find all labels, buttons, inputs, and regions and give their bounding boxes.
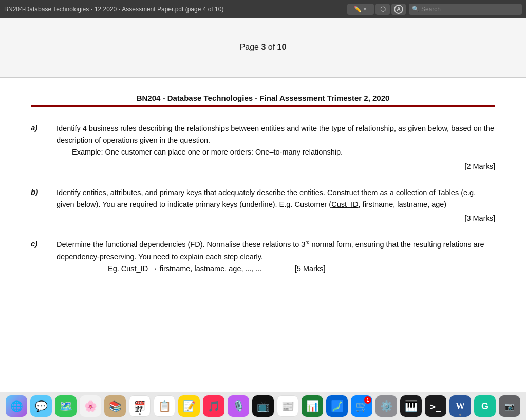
question-a-label: a) xyxy=(31,123,57,132)
pen-icon: ✏️ xyxy=(354,6,362,13)
search-input[interactable] xyxy=(421,6,519,13)
page-number-display: Page 3 of 10 xyxy=(240,43,287,52)
question-a: a) Identify 4 business rules describing … xyxy=(31,123,495,173)
question-c-content: Determine the functional dependencies (F… xyxy=(57,239,495,275)
share-icon: ⬡ xyxy=(380,5,386,13)
systemprefs-dock-item[interactable]: ⚙️ xyxy=(375,395,397,417)
terminal-icon: >_ xyxy=(430,401,441,412)
podcasts-icon: 🎙️ xyxy=(232,400,245,412)
messages-icon: 💬 xyxy=(35,400,48,412)
question-c-marks: [5 Marks] xyxy=(295,264,326,273)
photos-dock-item[interactable]: 🌸 xyxy=(80,395,101,417)
podcasts-dock-item[interactable]: 🎙️ xyxy=(228,395,249,417)
siri-icon: 🌐 xyxy=(10,400,23,412)
finder-icon: 📚 xyxy=(109,400,122,412)
toolbar-buttons: ✏️ ▼ ⬡ A xyxy=(347,4,406,15)
word-icon: W xyxy=(456,401,465,412)
keynote-icon: 🗾 xyxy=(331,400,344,412)
question-b-label: b) xyxy=(31,187,57,196)
extra-icon: 📷 xyxy=(504,402,515,411)
reminders-dock-item[interactable]: 📋 xyxy=(154,395,175,417)
finder-dock-item[interactable]: 📚 xyxy=(104,395,126,417)
messages-dock-item[interactable]: 💬 xyxy=(30,395,52,417)
reminders-icon: 📋 xyxy=(158,400,171,412)
toolbar: BN204-Database Technologies - 12 2020 - … xyxy=(0,0,526,18)
numbers-icon: 📊 xyxy=(306,400,319,412)
calendar-dot xyxy=(139,413,141,415)
question-b-content: Identify entities, attributes, and prima… xyxy=(57,187,495,225)
appletv-dock-item[interactable]: 📺 xyxy=(252,395,274,417)
taskbar: 🌐 💬 🗺️ 🌸 📚 📅 OCT17 📋 📝 🎵 🎙️ 📺 📰 📊 🗾 � xyxy=(0,392,526,420)
numbers-dock-item[interactable]: 📊 xyxy=(302,395,323,417)
pen-tool-button[interactable]: ✏️ ▼ xyxy=(347,4,374,15)
piano-icon: 🎹 xyxy=(405,400,418,412)
chevron-down-icon: ▼ xyxy=(363,7,367,12)
accessibility-button[interactable]: A xyxy=(391,4,406,15)
music-dock-item[interactable]: 🎵 xyxy=(203,395,224,417)
question-b: b) Identify entities, attributes, and pr… xyxy=(31,187,495,225)
photos-icon: 🌸 xyxy=(84,400,97,412)
question-a-content: Identify 4 business rules describing the… xyxy=(57,123,495,173)
siri-dock-item[interactable]: 🌐 xyxy=(6,395,27,417)
document-page: BN204 - Database Technologies - Final As… xyxy=(0,77,526,392)
question-a-text: Identify 4 business rules describing the… xyxy=(57,124,494,144)
maps-icon: 🗺️ xyxy=(60,400,72,412)
search-icon: 🔍 xyxy=(412,6,419,12)
word-dot xyxy=(459,414,461,416)
document-title: BN204 - Database Technologies - Final As… xyxy=(31,93,495,102)
question-c-label: c) xyxy=(31,239,57,248)
appletv-icon: 📺 xyxy=(257,400,270,412)
question-c-example: Eg. Cust_ID → firstname, lastname, age, … xyxy=(108,263,495,275)
question-c-example-text: Eg. Cust_ID → firstname, lastname, age, … xyxy=(108,264,262,273)
notes-dock-item[interactable]: 📝 xyxy=(178,395,200,417)
extra-dock-item[interactable]: 📷 xyxy=(499,395,520,417)
keynote-dock-item[interactable]: 🗾 xyxy=(326,395,348,417)
piano-dock-item[interactable]: 🎹 xyxy=(400,395,422,417)
question-a-marks: [2 Marks] xyxy=(57,161,495,173)
cust-id-underlined: Cust_ID xyxy=(331,200,358,208)
appstore-badge: 1 xyxy=(364,396,371,404)
question-c-text: Determine the functional dependencies (F… xyxy=(57,240,484,260)
maps-dock-item[interactable]: 🗺️ xyxy=(55,395,77,417)
appstore-dock-item[interactable]: 🛒 1 xyxy=(351,395,372,417)
music-icon: 🎵 xyxy=(208,400,220,412)
question-b-marks: [3 Marks] xyxy=(57,213,495,224)
question-c: c) Determine the functional dependencies… xyxy=(31,239,495,275)
systemprefs-icon: ⚙️ xyxy=(380,400,393,412)
grammarly-dock-item[interactable]: G xyxy=(474,395,496,417)
main-area: Page 3 of 10 BN204 - Database Technologi… xyxy=(0,18,526,392)
terminal-dock-item[interactable]: >_ xyxy=(425,395,446,417)
calendar-dock-item[interactable]: 📅 OCT17 xyxy=(129,395,151,417)
title-underline xyxy=(31,105,495,107)
notes-icon: 📝 xyxy=(183,400,196,412)
search-box[interactable]: 🔍 xyxy=(409,4,522,15)
accessibility-icon: A xyxy=(394,5,403,14)
page-header-strip: Page 3 of 10 xyxy=(0,18,526,77)
question-b-text: Identify entities, attributes, and prima… xyxy=(57,188,476,208)
news-dock-item[interactable]: 📰 xyxy=(277,395,298,417)
window-title: BN204-Database Technologies - 12 2020 - … xyxy=(4,6,344,13)
question-a-example: Example: One customer can place one or m… xyxy=(72,146,495,158)
share-button[interactable]: ⬡ xyxy=(375,4,390,15)
news-icon: 📰 xyxy=(281,400,294,412)
word-dock-item[interactable]: W xyxy=(449,395,471,417)
grammarly-icon: G xyxy=(481,401,489,412)
